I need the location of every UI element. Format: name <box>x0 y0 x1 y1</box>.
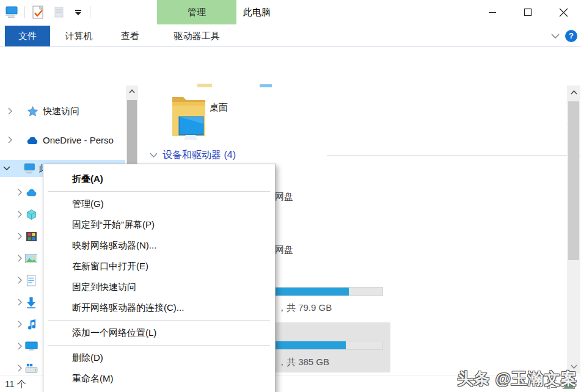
desktop-icon <box>24 341 38 351</box>
menu-item-map-network-drive[interactable]: 映射网络驱动器(N)... <box>43 235 275 256</box>
menu-separator <box>48 345 270 346</box>
toolbar-separator <box>24 6 25 18</box>
file-explorer-window: 管理 此电脑 文件 计算机 查看 驱动器工具 ? <box>0 0 581 392</box>
close-button[interactable] <box>546 0 581 24</box>
folder-item-label[interactable]: 桌面 <box>210 102 228 114</box>
chevron-right-icon[interactable] <box>6 107 15 115</box>
menu-item-open-in-new-window[interactable]: 在新窗口中打开(E) <box>43 256 275 277</box>
capacity-bar <box>263 287 383 296</box>
item-count: 11 个 <box>5 379 26 390</box>
menu-item-manage[interactable]: 管理(G) <box>43 194 275 214</box>
watermark: 头条 @玉瀚文案 <box>457 368 577 390</box>
group-divider <box>327 155 581 156</box>
dropdown-arrow-icon <box>75 12 81 15</box>
sidebar-item-label[interactable]: 快速访问 <box>43 106 79 117</box>
menu-item-collapse[interactable]: 折叠(A) <box>43 169 275 189</box>
drive-label-fragment[interactable]: 网盘 <box>275 244 293 256</box>
quick-access-toolbar <box>4 0 90 24</box>
drive-size-text: ，共 385 GB <box>277 357 329 368</box>
window-title: 此电脑 <box>243 0 271 24</box>
music-icon <box>24 319 38 330</box>
help-icon[interactable]: ? <box>565 30 577 42</box>
folder-item-desktop[interactable] <box>171 92 206 148</box>
clipped-item-remnant <box>197 84 212 87</box>
downloads-icon <box>24 297 38 308</box>
chevron-right-icon[interactable] <box>16 189 24 196</box>
context-menu: 折叠(A) 管理(G) 固定到“开始”屏幕(P) 映射网络驱动器(N)... 在… <box>43 164 276 392</box>
chevron-right-icon[interactable] <box>16 343 24 350</box>
chevron-right-icon[interactable] <box>16 211 24 218</box>
ribbon-right-controls: ? <box>550 24 577 47</box>
clipped-item-remnant <box>260 84 272 87</box>
titlebar: 管理 此电脑 <box>0 0 581 24</box>
ribbon-tab-bar: 文件 计算机 查看 驱动器工具 ? <box>0 24 581 47</box>
devices-group-header[interactable]: 设备和驱动器 (4) <box>150 149 236 162</box>
scrollbar-thumb[interactable] <box>127 100 137 167</box>
chevron-right-icon[interactable] <box>16 255 24 262</box>
maximize-button[interactable] <box>510 0 546 24</box>
menu-item-rename[interactable]: 重命名(M) <box>43 368 275 389</box>
scroll-up-icon[interactable] <box>567 87 580 98</box>
desktop-folder-icon <box>171 92 206 146</box>
chevron-down-icon[interactable] <box>2 166 11 171</box>
capacity-bar-fill <box>263 341 346 349</box>
this-pc-icon <box>22 163 35 174</box>
chevron-down-icon[interactable] <box>150 153 158 158</box>
drive-label-fragment[interactable]: 网盘 <box>275 191 293 203</box>
chevron-right-icon[interactable] <box>16 299 24 306</box>
tab-view[interactable]: 查看 <box>110 26 150 46</box>
collapse-ribbon-chevron-icon[interactable] <box>550 31 560 42</box>
window-controls <box>475 0 581 24</box>
customize-toolbar-dropdown[interactable] <box>73 4 84 21</box>
sidebar-item-onedrive[interactable]: OneDrive - Perso <box>0 131 125 148</box>
tab-drive-tools[interactable]: 驱动器工具 <box>157 26 236 46</box>
content-scrollbar[interactable] <box>567 85 580 374</box>
navigation-bar: 此电脑 在 此电脑 中搜索 <box>0 47 581 84</box>
new-folder-icon[interactable] <box>52 4 67 21</box>
pictures-icon <box>24 254 38 263</box>
menu-separator <box>48 191 270 192</box>
menu-item-add-network-location[interactable]: 添加一个网络位置(L) <box>43 322 275 343</box>
scroll-up-icon[interactable] <box>126 85 138 96</box>
properties-check-icon[interactable] <box>31 4 46 21</box>
menu-item-disconnect-network-drive[interactable]: 断开网络驱动器的连接(C)... <box>43 297 275 318</box>
drive-size-text: ，共 79.9 GB <box>277 302 332 314</box>
this-pc-icon <box>4 4 18 21</box>
tab-computer[interactable]: 计算机 <box>57 26 101 46</box>
chevron-right-icon[interactable] <box>16 233 24 240</box>
menu-item-delete[interactable]: 删除(D) <box>43 347 275 368</box>
devices-group-label[interactable]: 设备和驱动器 (4) <box>163 149 236 162</box>
capacity-bar <box>263 341 383 350</box>
sidebar-item-label[interactable]: OneDrive - Perso <box>43 135 114 145</box>
capacity-bar-fill <box>263 288 349 296</box>
tab-file[interactable]: 文件 <box>5 26 50 46</box>
menu-separator <box>48 320 270 321</box>
menu-item-pin-to-start[interactable]: 固定到“开始”屏幕(P) <box>43 214 275 235</box>
star-icon <box>26 106 39 117</box>
menu-item-pin-to-quick-access[interactable]: 固定到快速访问 <box>43 277 275 297</box>
chevron-right-icon[interactable] <box>16 321 24 328</box>
chevron-right-icon[interactable] <box>6 136 15 143</box>
documents-icon <box>24 275 38 286</box>
sidebar-item-quick-access[interactable]: 快速访问 <box>0 103 125 120</box>
minimize-button[interactable] <box>475 0 510 24</box>
contextual-tab-group-manage: 管理 <box>157 0 236 24</box>
3d-objects-icon <box>24 209 38 220</box>
chevron-right-icon[interactable] <box>16 277 24 284</box>
system-drive-icon <box>24 363 38 374</box>
onedrive-cloud-icon <box>26 136 39 145</box>
scrollbar-thumb[interactable] <box>568 101 579 260</box>
videos-icon <box>24 231 38 242</box>
chevron-right-icon[interactable] <box>16 365 24 372</box>
dropdown-bar <box>75 10 81 11</box>
cloud-drive-icon <box>24 188 38 197</box>
toolbar-separator <box>90 6 90 18</box>
